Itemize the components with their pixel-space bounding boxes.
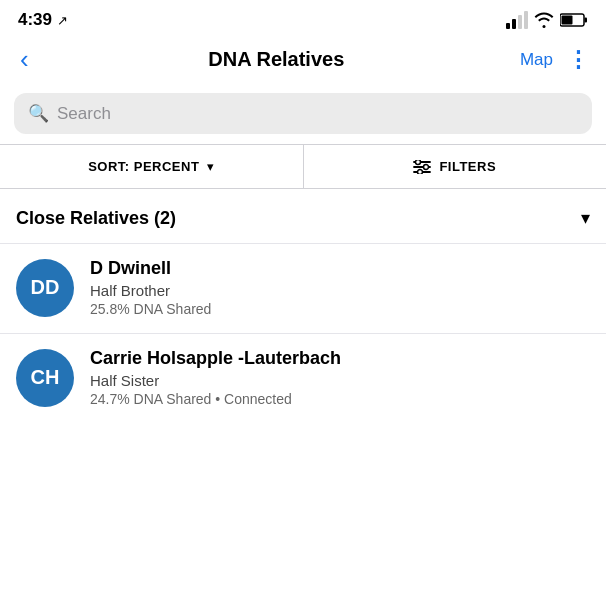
relative-dna-dd: 25.8% DNA Shared	[90, 301, 590, 317]
section-expand-icon: ▾	[581, 207, 590, 229]
map-button[interactable]: Map	[520, 50, 553, 70]
search-bar[interactable]: 🔍 Search	[14, 93, 592, 134]
relative-relation-dd: Half Brother	[90, 282, 590, 299]
search-container: 🔍 Search	[0, 85, 606, 144]
relative-item-ch[interactable]: CH Carrie Holsapple -Lauterbach Half Sis…	[0, 333, 606, 423]
more-menu-button[interactable]: ⋮	[567, 47, 590, 73]
section-title: Close Relatives (2)	[16, 208, 176, 229]
filter-label: FILTERS	[439, 159, 496, 174]
filter-button[interactable]: FILTERS	[304, 145, 607, 188]
avatar-ch: CH	[16, 349, 74, 407]
svg-point-8	[418, 169, 423, 174]
filter-icon	[413, 160, 431, 174]
sort-label: SORT: PERCENT	[88, 159, 199, 174]
nav-bar: ‹ DNA Relatives Map ⋮	[0, 36, 606, 85]
close-relatives-section-header[interactable]: Close Relatives (2) ▾	[0, 189, 606, 243]
search-icon: 🔍	[28, 103, 49, 124]
page-title: DNA Relatives	[33, 48, 520, 71]
relative-name-ch: Carrie Holsapple -Lauterbach	[90, 348, 590, 369]
signal-bars-icon	[506, 11, 528, 29]
svg-point-7	[424, 164, 429, 169]
relative-relation-ch: Half Sister	[90, 372, 590, 389]
svg-rect-1	[585, 18, 588, 23]
sort-filter-bar: SORT: PERCENT ▾ FILTERS	[0, 145, 606, 189]
search-input[interactable]: Search	[57, 104, 111, 124]
relative-item-dd[interactable]: DD D Dwinell Half Brother 25.8% DNA Shar…	[0, 243, 606, 333]
svg-rect-2	[562, 16, 573, 25]
battery-icon	[560, 13, 588, 27]
svg-point-6	[416, 160, 421, 165]
wifi-icon	[534, 12, 554, 28]
relative-info-dd: D Dwinell Half Brother 25.8% DNA Shared	[90, 258, 590, 317]
status-icons	[506, 11, 588, 29]
back-button[interactable]: ‹	[16, 44, 33, 75]
relative-info-ch: Carrie Holsapple -Lauterbach Half Sister…	[90, 348, 590, 407]
location-icon: ↗	[57, 13, 68, 28]
relative-name-dd: D Dwinell	[90, 258, 590, 279]
sort-chevron-icon: ▾	[207, 159, 214, 174]
avatar-dd: DD	[16, 259, 74, 317]
nav-actions: Map ⋮	[520, 47, 590, 73]
sort-button[interactable]: SORT: PERCENT ▾	[0, 145, 304, 188]
status-bar: 4:39 ↗	[0, 0, 606, 36]
status-time: 4:39 ↗	[18, 10, 68, 30]
relative-dna-ch: 24.7% DNA Shared • Connected	[90, 391, 590, 407]
